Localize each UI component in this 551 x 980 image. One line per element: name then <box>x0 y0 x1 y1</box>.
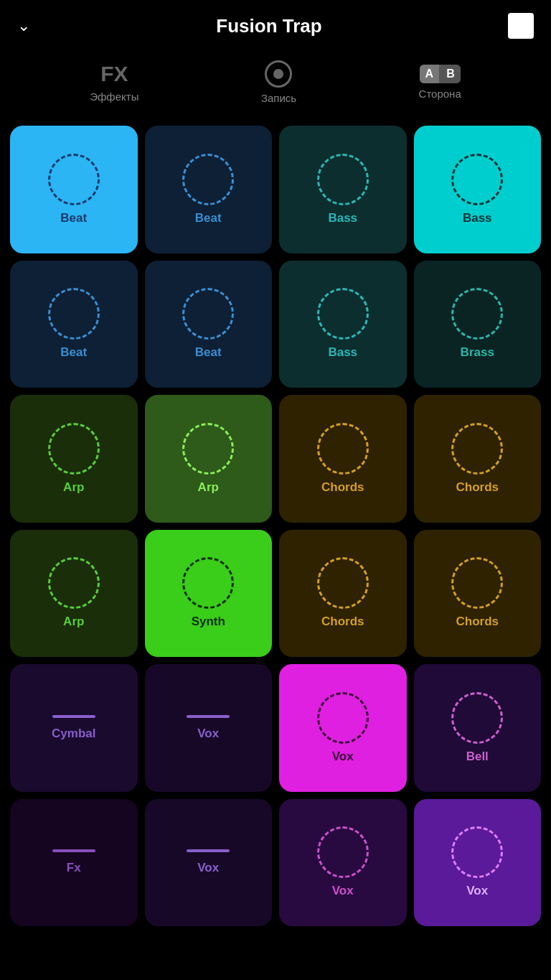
ab-b-label: B <box>441 65 461 83</box>
pad-icon-dash <box>187 715 230 718</box>
pad-icon-circle <box>182 557 234 609</box>
pad-icon-dash <box>52 715 95 718</box>
pad-icon-circle <box>451 154 503 205</box>
pad-label: Arp <box>63 480 84 495</box>
pad-label: Vox <box>332 750 354 764</box>
pad-label: Vox <box>197 861 219 875</box>
pad-label: Bass <box>328 211 357 225</box>
pad-label: Bass <box>328 345 357 360</box>
pad-r4c4[interactable]: Chords <box>414 530 542 658</box>
pad-r4c2[interactable]: Synth <box>145 530 273 658</box>
pad-icon-circle <box>451 423 503 475</box>
fx-icon: FX <box>100 62 128 86</box>
ab-a-label: A <box>420 65 440 83</box>
pad-r3c1[interactable]: Arp <box>10 395 138 523</box>
page-title: Fusion Trap <box>216 15 321 37</box>
pad-icon-circle <box>451 288 503 340</box>
menu-square-button[interactable] <box>508 13 534 39</box>
ab-label: Сторона <box>419 88 461 100</box>
record-control[interactable]: Запись <box>261 60 296 104</box>
pad-icon-circle <box>48 557 100 609</box>
pad-icon-circle <box>48 423 100 475</box>
ab-badge: A B <box>420 65 461 83</box>
pad-icon-dash <box>187 849 230 852</box>
controls-row: FX Эффекты Запись A B Сторона <box>0 46 551 126</box>
pad-label: Cymbal <box>52 727 95 741</box>
pad-label: Chords <box>456 615 499 629</box>
pad-label: Chords <box>321 615 364 629</box>
pad-label: Bell <box>466 750 489 764</box>
record-label: Запись <box>261 92 296 104</box>
pad-r5c4[interactable]: Bell <box>414 664 542 792</box>
pad-r4c3[interactable]: Chords <box>279 530 407 658</box>
pad-r6c2[interactable]: Vox <box>145 799 273 927</box>
fx-control[interactable]: FX Эффекты <box>90 62 138 103</box>
record-icon <box>265 60 292 88</box>
pad-icon-circle <box>48 288 100 340</box>
pad-label: Beat <box>195 345 222 360</box>
pad-icon-circle <box>451 557 503 609</box>
pad-r2c3[interactable]: Bass <box>279 261 407 388</box>
pad-icon-circle <box>48 154 100 205</box>
pad-icon-dash <box>52 849 95 852</box>
pad-icon-circle <box>182 154 234 205</box>
pad-icon-circle <box>182 288 234 340</box>
pad-r3c4[interactable]: Chords <box>414 395 542 523</box>
pad-r1c3[interactable]: Bass <box>279 126 407 253</box>
pad-r1c4[interactable]: Bass <box>414 126 542 253</box>
pad-icon-circle <box>451 826 503 878</box>
pad-r1c1[interactable]: Beat <box>10 126 138 253</box>
pad-label: Beat <box>60 345 87 360</box>
pad-icon-circle <box>317 154 369 205</box>
pad-label: Vox <box>197 727 219 741</box>
pad-icon-circle <box>317 557 369 609</box>
pad-icon-circle <box>317 826 369 878</box>
pad-label: Vox <box>466 884 488 898</box>
pad-r2c1[interactable]: Beat <box>10 261 138 388</box>
pad-r1c2[interactable]: Beat <box>145 126 273 253</box>
pad-label: Chords <box>321 480 364 495</box>
pad-r3c3[interactable]: Chords <box>279 395 407 523</box>
pad-icon-circle <box>182 423 234 475</box>
header: ⌄ Fusion Trap <box>0 0 551 46</box>
pad-r2c4[interactable]: Brass <box>414 261 542 388</box>
pad-r5c2[interactable]: Vox <box>145 664 273 792</box>
pad-r5c3[interactable]: Vox <box>279 664 407 792</box>
chevron-down-icon[interactable]: ⌄ <box>17 17 30 35</box>
pad-icon-circle <box>317 423 369 475</box>
pad-label: Brass <box>461 345 494 360</box>
pad-r3c2[interactable]: Arp <box>145 395 273 523</box>
ab-control[interactable]: A B Сторона <box>419 65 461 100</box>
pad-label: Arp <box>63 615 84 629</box>
pad-r2c2[interactable]: Beat <box>145 261 273 388</box>
pad-r5c1[interactable]: Cymbal <box>10 664 138 792</box>
pad-label: Arp <box>198 480 219 495</box>
pad-r4c1[interactable]: Arp <box>10 530 138 658</box>
pad-label: Beat <box>60 211 87 225</box>
pad-icon-circle <box>451 692 503 744</box>
fx-label: Эффекты <box>90 90 138 103</box>
pad-label: Fx <box>67 861 81 875</box>
pad-label: Beat <box>195 211 222 225</box>
pad-r6c3[interactable]: Vox <box>279 799 407 927</box>
pad-label: Synth <box>192 615 225 629</box>
pad-label: Vox <box>332 884 354 898</box>
pad-icon-circle <box>317 288 369 340</box>
pad-r6c4[interactable]: Vox <box>414 799 542 927</box>
pad-icon-circle <box>317 692 369 744</box>
pad-grid: BeatBeatBassBassBeatBeatBassBrassArpArpC… <box>0 126 551 926</box>
pad-label: Bass <box>463 211 492 225</box>
pad-label: Chords <box>456 480 499 495</box>
pad-r6c1[interactable]: Fx <box>10 799 138 927</box>
